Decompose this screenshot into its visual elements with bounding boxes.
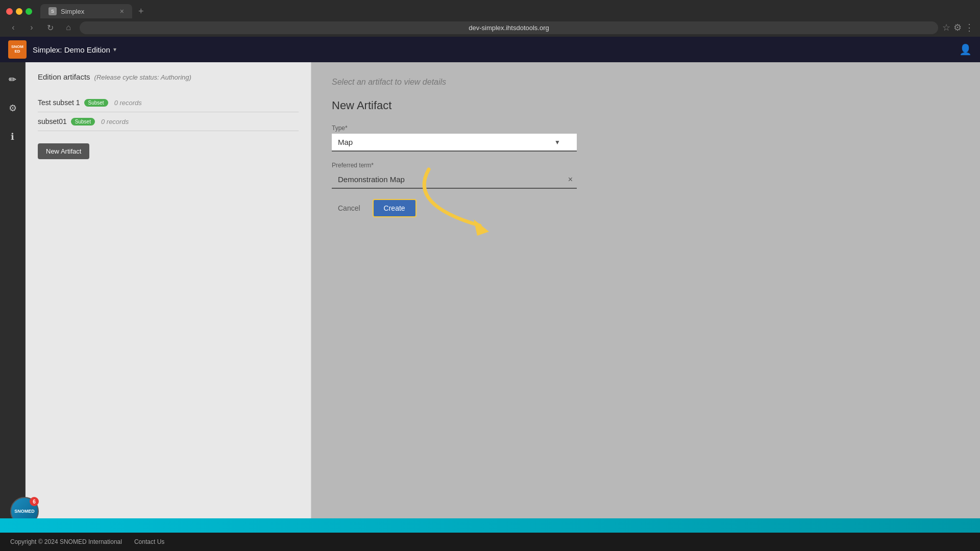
panel-header: Edition artifacts (Release cycle status:… xyxy=(38,72,299,83)
new-tab-button[interactable]: + xyxy=(138,6,144,17)
copyright-text: Copyright © 2024 SNOMED International xyxy=(10,538,122,545)
new-artifact-button[interactable]: New Artifact xyxy=(38,143,89,159)
address-bar[interactable] xyxy=(80,21,938,34)
app-body: ✏ ⚙ ℹ Edition artifacts (Release cycle s… xyxy=(0,62,980,551)
menu-button[interactable]: ⋮ xyxy=(965,22,974,33)
artifact-list: Test subset 1 Subset 0 records subset01 … xyxy=(38,93,299,131)
clear-input-icon[interactable]: × xyxy=(568,175,573,184)
back-button[interactable]: ‹ xyxy=(6,20,20,35)
contact-us-link[interactable]: Contact Us xyxy=(134,538,164,545)
tab-title: Simplex xyxy=(61,8,84,15)
artifact-item-2[interactable]: subset01 Subset 0 records xyxy=(38,112,299,131)
type-label: Type* xyxy=(332,124,960,132)
maximize-window-btn[interactable] xyxy=(26,8,32,15)
tab-close-btn[interactable]: × xyxy=(120,7,124,15)
app-title-text: Simplex: Demo Edition xyxy=(33,45,110,54)
forward-button[interactable]: › xyxy=(24,20,39,35)
artifact-badge-1: Subset xyxy=(84,99,108,107)
artifact-count-1: 0 records xyxy=(114,99,142,107)
panel-title: Edition artifacts xyxy=(38,72,90,81)
type-select-value: Map xyxy=(338,138,353,146)
type-field-group: Type* Map ▼ xyxy=(332,124,960,152)
app-header: SNOMED Simplex: Demo Edition ▾ 👤 xyxy=(0,37,980,62)
chevron-down-icon: ▼ xyxy=(554,139,560,146)
sidebar-item-settings[interactable]: ⚙ xyxy=(4,99,22,117)
preferred-term-field-group: Preferred term* × xyxy=(332,162,960,189)
app-logo: SNOMED xyxy=(8,40,27,59)
left-panel: Edition artifacts (Release cycle status:… xyxy=(26,62,311,551)
footer: Copyright © 2024 SNOMED International Co… xyxy=(0,533,980,551)
artifact-item-1[interactable]: Test subset 1 Subset 0 records xyxy=(38,93,299,112)
chevron-down-icon: ▾ xyxy=(113,46,116,53)
home-button[interactable]: ⌂ xyxy=(61,20,76,35)
sidebar: ✏ ⚙ ℹ xyxy=(0,62,26,551)
form-title: New Artifact xyxy=(332,99,960,112)
preferred-term-label: Preferred term* xyxy=(332,162,960,169)
type-select[interactable]: Map ▼ xyxy=(332,134,577,152)
sidebar-item-info[interactable]: ℹ xyxy=(4,128,22,146)
cancel-button[interactable]: Cancel xyxy=(332,200,366,216)
extensions-button[interactable]: ⚙ xyxy=(953,22,962,33)
artifact-badge-2: Subset xyxy=(71,118,95,126)
bookmark-button[interactable]: ☆ xyxy=(942,22,950,33)
avatar-notification-badge: 6 xyxy=(30,497,39,506)
browser-tab[interactable]: S Simplex × xyxy=(40,4,132,18)
user-menu-button[interactable]: 👤 xyxy=(959,43,972,56)
panel-subtitle: (Release cycle status: Authoring) xyxy=(94,73,191,81)
preferred-term-input-wrapper: × xyxy=(332,171,577,189)
select-hint: Select an artifact to view details xyxy=(332,78,960,87)
browser-chrome: S Simplex × + ‹ › ↻ ⌂ ☆ ⚙ ⋮ xyxy=(0,0,980,37)
artifact-name-2: subset01 xyxy=(38,117,67,126)
teal-bar xyxy=(0,518,980,533)
content-area: Edition artifacts (Release cycle status:… xyxy=(26,62,980,551)
app: SNOMED Simplex: Demo Edition ▾ 👤 ✏ ⚙ ℹ E… xyxy=(0,37,980,551)
create-button[interactable]: Create xyxy=(373,199,416,217)
svg-marker-0 xyxy=(474,219,489,236)
avatar-text: SNOMED xyxy=(14,509,35,514)
window-controls xyxy=(6,8,32,15)
artifact-count-2: 0 records xyxy=(101,118,129,126)
artifact-name-1: Test subset 1 xyxy=(38,98,80,107)
close-window-btn[interactable] xyxy=(6,8,13,15)
sidebar-item-edit[interactable]: ✏ xyxy=(4,70,22,89)
minimize-window-btn[interactable] xyxy=(16,8,22,15)
logo-text: SNOMED xyxy=(11,45,23,54)
right-panel: Select an artifact to view details New A… xyxy=(311,62,980,551)
form-actions: Cancel Create xyxy=(332,199,960,217)
tab-favicon: S xyxy=(48,7,57,15)
refresh-button[interactable]: ↻ xyxy=(43,20,57,35)
preferred-term-input[interactable] xyxy=(338,175,560,184)
app-title[interactable]: Simplex: Demo Edition ▾ xyxy=(33,45,116,54)
